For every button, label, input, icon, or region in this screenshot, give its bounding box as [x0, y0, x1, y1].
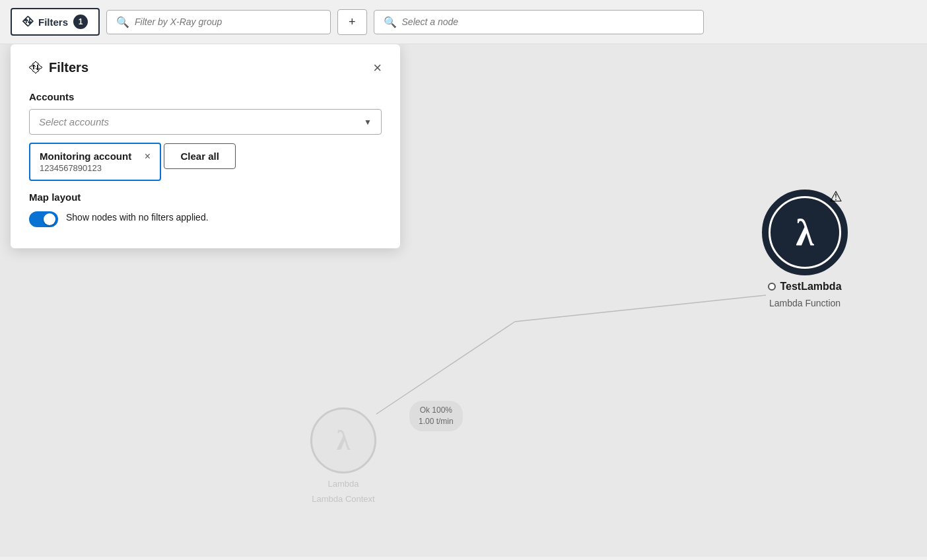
filter-count-badge: 1	[73, 15, 88, 29]
panel-close-button[interactable]: ×	[373, 61, 382, 75]
account-tag-remove-button[interactable]: ×	[145, 151, 151, 162]
account-name: Monitoring account	[40, 151, 131, 162]
filters-button[interactable]: ⛗ Filters 1	[11, 8, 100, 36]
warning-badge: ⚠	[829, 188, 842, 205]
lambda-node-name: TestLambda	[780, 281, 841, 293]
ghost-node-label1: Lambda	[328, 479, 359, 489]
lambda-node[interactable]: λ ⚠ TestLambda Lambda Function	[762, 190, 848, 308]
xray-search-box: 🔍	[106, 10, 331, 34]
lambda-symbol: λ	[796, 214, 814, 251]
node-search-input[interactable]	[402, 17, 694, 27]
filter-panel: ⛗ Filters × Accounts Select accounts ▼ M…	[11, 44, 400, 248]
node-status-indicator	[768, 283, 776, 291]
accounts-select-dropdown[interactable]: Select accounts ▼	[29, 109, 382, 135]
add-button[interactable]: +	[337, 9, 367, 35]
show-nodes-toggle[interactable]	[29, 211, 58, 227]
toggle-text: Show nodes with no filters applied.	[66, 211, 209, 225]
panel-header: ⛗ Filters ×	[29, 60, 382, 75]
chevron-down-icon: ▼	[364, 118, 372, 127]
node-search-icon: 🔍	[384, 16, 397, 28]
node-name-row: TestLambda	[768, 281, 841, 293]
lambda-inner-ring: λ	[769, 196, 841, 269]
connection-label: Ok 100% 1.00 t/min	[409, 401, 463, 431]
panel-title: Filters	[49, 60, 88, 75]
toggle-slider	[29, 211, 58, 227]
ghost-circle: λ	[310, 407, 376, 473]
panel-title-group: ⛗ Filters	[29, 60, 88, 75]
main-content: λ Lambda Lambda Context Ok 100% 1.00 t/m…	[0, 44, 927, 557]
ghost-lambda-symbol: λ	[337, 425, 351, 456]
connection-line1: Ok 100%	[419, 405, 454, 416]
select-placeholder: Select accounts	[39, 116, 109, 127]
accounts-section-label: Accounts	[29, 91, 382, 102]
xray-search-input[interactable]	[135, 17, 321, 27]
svg-line-0	[376, 322, 515, 414]
account-number: 1234567890123	[40, 163, 151, 173]
lambda-node-type: Lambda Function	[769, 298, 841, 308]
filter-icon: ⛗	[22, 16, 33, 28]
account-tag-top: Monitoring account ×	[40, 151, 151, 162]
xray-search-icon: 🔍	[116, 16, 129, 28]
panel-filter-icon: ⛗	[29, 60, 42, 75]
selected-account-tag: Monitoring account × 1234567890123	[29, 143, 161, 181]
svg-line-1	[515, 295, 766, 322]
clear-all-button[interactable]: Clear all	[164, 143, 235, 169]
map-layout-label: Map layout	[29, 192, 382, 203]
ghost-node-label2: Lambda Context	[312, 494, 374, 504]
toggle-row: Show nodes with no filters applied.	[29, 211, 382, 227]
ghost-lambda-node: λ Lambda Lambda Context	[310, 407, 376, 504]
map-layout-section: Map layout Show nodes with no filters ap…	[29, 192, 382, 227]
toolbar: ⛗ Filters 1 🔍 + 🔍	[0, 0, 927, 44]
filter-label: Filters	[38, 17, 68, 28]
lambda-circle: λ ⚠	[762, 190, 848, 275]
node-search-box: 🔍	[374, 10, 704, 34]
connection-line2: 1.00 t/min	[419, 416, 454, 427]
